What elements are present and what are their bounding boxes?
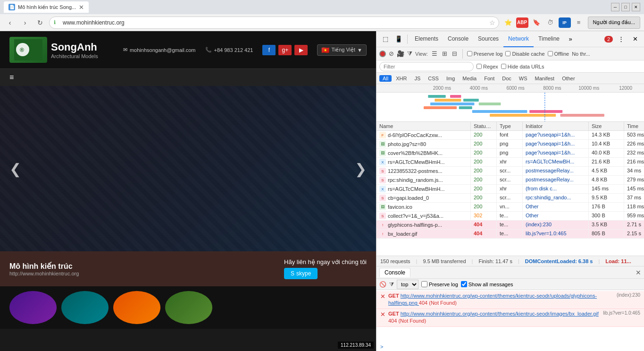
tab-close-button[interactable]: ✕ <box>79 4 84 11</box>
device-mode-button[interactable]: 📱 <box>393 33 405 45</box>
table-row[interactable]: S collect?v=1&_v=j53&a... 302 te... Othe… <box>376 212 644 221</box>
type-filter-all[interactable]: All <box>379 75 392 82</box>
file-icon: S <box>379 213 386 219</box>
preserve-log-input[interactable] <box>467 51 472 56</box>
table-row[interactable]: F d-6lYplOFocCacKzxw... 200 font page?us… <box>376 131 644 140</box>
type-filter-doc[interactable]: Doc <box>499 75 515 82</box>
console-tab-button[interactable]: Console <box>379 268 410 277</box>
close-button[interactable]: ✕ <box>632 3 640 11</box>
regex-input[interactable] <box>477 64 482 69</box>
col-type[interactable]: Type <box>497 122 523 130</box>
regex-checkbox[interactable]: Regex <box>477 64 498 69</box>
table-row[interactable]: S cb=gapi.loaded_0 200 scr... rpc:shindi… <box>376 194 644 203</box>
language-selector[interactable]: 🇻🇳 Tiếng Việt ▼ <box>317 44 367 56</box>
type-filter-media[interactable]: Media <box>459 75 480 82</box>
console-clear-button[interactable]: 🚫 <box>379 281 386 288</box>
type-filter-ws[interactable]: WS <box>516 75 531 82</box>
hamburger-menu-icon[interactable]: ≡ <box>9 73 14 82</box>
offline-checkbox[interactable]: Offline <box>548 51 569 57</box>
table-row[interactable]: X rs=AGLTcCMewBHmH... 200 xhr (from disk… <box>376 185 644 194</box>
type-filter-img[interactable]: Img <box>443 75 458 82</box>
record-button[interactable] <box>379 51 386 57</box>
list-view-icon[interactable]: ☰ <box>431 50 438 57</box>
tab-elements[interactable]: Elements <box>410 31 443 47</box>
console-filter-icon[interactable]: ⧩ <box>389 281 394 288</box>
inspect-element-button[interactable]: ⬚ <box>379 33 392 45</box>
cell-size: 40.0 KB <box>589 149 624 157</box>
bookmark-manager-icon[interactable]: 🔖 <box>530 17 543 29</box>
user-button[interactable]: Người dùng đầu... <box>588 17 641 29</box>
tab-timeline[interactable]: Timeline <box>534 31 564 47</box>
hero-next-button[interactable]: ❯ <box>355 161 367 177</box>
hero-prev-button[interactable]: ❮ <box>9 161 21 177</box>
table-row[interactable]: ! bx_loader.gif 404 te... lib.js?ver=1.0… <box>376 230 644 239</box>
tab-sources[interactable]: Sources <box>473 31 503 47</box>
clear-button[interactable]: ⊘ <box>389 50 394 57</box>
type-filter-manifest[interactable]: Manifest <box>532 75 558 82</box>
adblock-icon[interactable]: ABP <box>516 17 528 28</box>
forward-button[interactable]: › <box>19 17 31 29</box>
console-close-button[interactable]: ✕ <box>636 269 641 276</box>
filter-input[interactable] <box>379 62 474 71</box>
hide-data-urls-checkbox[interactable]: Hide data URLs <box>501 64 544 69</box>
console-preserve-log[interactable]: Preserve log <box>421 281 458 287</box>
table-row[interactable]: 🖼 favicon.ico 200 vn... Other 176 B 118 … <box>376 203 644 212</box>
back-button[interactable]: ‹ <box>4 17 16 29</box>
minimize-button[interactable]: ─ <box>611 3 619 11</box>
type-filter-css[interactable]: CSS <box>425 75 442 82</box>
type-filter-font[interactable]: Font <box>481 75 498 82</box>
cell-type: scr... <box>497 167 523 175</box>
browser-tab[interactable]: 📄 Mô hình kiến trúc Song... ✕ <box>4 1 89 13</box>
tab-network[interactable]: Network <box>503 31 534 47</box>
col-status[interactable]: Status ▲ <box>471 122 497 130</box>
type-filter-other[interactable]: Other <box>559 75 578 82</box>
maximize-button[interactable]: □ <box>621 3 630 11</box>
console-filter-row: 🚫 ⧩ top Preserve log Show all messages <box>376 279 644 290</box>
preserve-log-checkbox[interactable]: Preserve log <box>467 51 503 57</box>
col-name[interactable]: Name <box>376 122 471 130</box>
table-row[interactable]: S 1223855322-postmes... 200 scr... postm… <box>376 167 644 176</box>
grid-view-icon[interactable]: ⊞ <box>441 50 448 57</box>
history-icon[interactable]: ⏱ <box>544 17 557 29</box>
console-show-all-input[interactable] <box>461 281 467 287</box>
console-prompt[interactable]: > <box>376 342 644 351</box>
facebook-icon[interactable]: f <box>262 45 276 55</box>
hide-data-urls-input[interactable] <box>501 64 506 69</box>
camera-button[interactable]: 🎥 <box>397 50 404 57</box>
console-preserve-input[interactable] <box>421 281 427 287</box>
googleplus-icon[interactable]: g+ <box>278 45 292 55</box>
settings-button[interactable]: ⋮ <box>615 33 627 45</box>
filter-button[interactable]: ⧩ <box>407 50 412 58</box>
table-row[interactable]: S rpc:shindig_random.js... 200 scr... po… <box>376 176 644 185</box>
table-row[interactable]: ! glyphicons-halflings-p... 404 te... (i… <box>376 221 644 230</box>
url-input[interactable] <box>49 17 499 29</box>
table-row[interactable]: 🖼 photo.jpg?sz=80 200 png page?useqapi=1… <box>376 140 644 149</box>
console-level-select[interactable]: top <box>397 280 418 289</box>
bookmark-icon[interactable]: ☆ <box>489 19 495 26</box>
refresh-button[interactable]: ↻ <box>34 17 46 29</box>
cell-size: 14.3 KB <box>589 131 624 139</box>
close-devtools-button[interactable]: ✕ <box>629 33 641 45</box>
console-show-all-checkbox[interactable]: Show all messages <box>461 281 513 287</box>
error-url-link[interactable]: http://www.mohinhkientruc.org/wp-content… <box>401 311 599 317</box>
table-row[interactable]: X rs=AGLTcCMewBHmH... 200 xhr rs=AGLTcCM… <box>376 158 644 167</box>
disable-cache-input[interactable] <box>505 51 510 56</box>
youtube-icon[interactable]: ▶ <box>294 45 308 55</box>
tab-console[interactable]: Console <box>443 31 473 47</box>
type-filter-xhr[interactable]: XHR <box>393 75 410 82</box>
ip-icon[interactable]: IP <box>559 17 571 28</box>
col-size[interactable]: Size <box>589 122 624 130</box>
table-row[interactable]: 🖼 cover%2Bfb%2BMHK... 200 png page?useqa… <box>376 149 644 158</box>
disable-cache-checkbox[interactable]: Disable cache <box>505 51 544 57</box>
group-view-icon[interactable]: ⊟ <box>451 50 458 57</box>
offline-input[interactable] <box>548 51 553 56</box>
console-input[interactable] <box>385 344 640 350</box>
more-tabs-button[interactable]: » <box>564 33 577 45</box>
type-filter-js[interactable]: JS <box>411 75 424 82</box>
cell-initiator: (from disk c... <box>523 185 589 193</box>
skype-button[interactable]: S skype <box>284 268 318 279</box>
menu-icon[interactable]: ≡ <box>573 17 585 29</box>
col-initiator[interactable]: Initiator <box>523 122 589 130</box>
col-time[interactable]: Time <box>624 122 644 130</box>
extensions-icon[interactable]: ⭐ <box>502 17 514 29</box>
